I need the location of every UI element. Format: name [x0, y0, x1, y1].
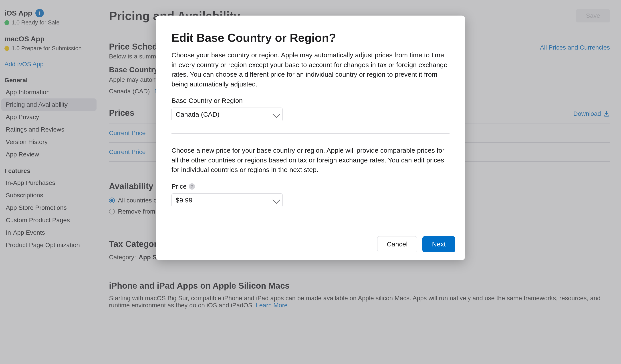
cancel-button[interactable]: Cancel	[377, 236, 417, 252]
base-country-select[interactable]: Canada (CAD)	[172, 108, 283, 121]
edit-base-country-modal: Edit Base Country or Region? Choose your…	[156, 16, 465, 260]
price-select-value: $9.99	[176, 197, 192, 204]
modal-footer: Cancel Next	[156, 228, 465, 260]
base-country-field-label: Base Country or Region	[172, 97, 449, 104]
modal-p2: Choose a new price for your base country…	[172, 146, 449, 175]
modal-p1: Choose your base country or region. Appl…	[172, 50, 449, 89]
price-select-wrap: $9.99	[172, 193, 283, 207]
price-select[interactable]: $9.99	[172, 193, 283, 207]
price-field-label-text: Price	[172, 183, 187, 190]
price-field-label: Price ?	[172, 183, 449, 190]
modal-overlay[interactable]: Edit Base Country or Region? Choose your…	[0, 0, 621, 364]
help-icon[interactable]: ?	[189, 183, 195, 190]
modal-title: Edit Base Country or Region?	[172, 31, 449, 44]
next-button[interactable]: Next	[422, 236, 455, 252]
modal-divider	[172, 133, 449, 133]
modal-body: Edit Base Country or Region? Choose your…	[156, 16, 465, 228]
base-country-select-value: Canada (CAD)	[176, 111, 220, 118]
base-country-select-wrap: Canada (CAD)	[172, 108, 283, 121]
